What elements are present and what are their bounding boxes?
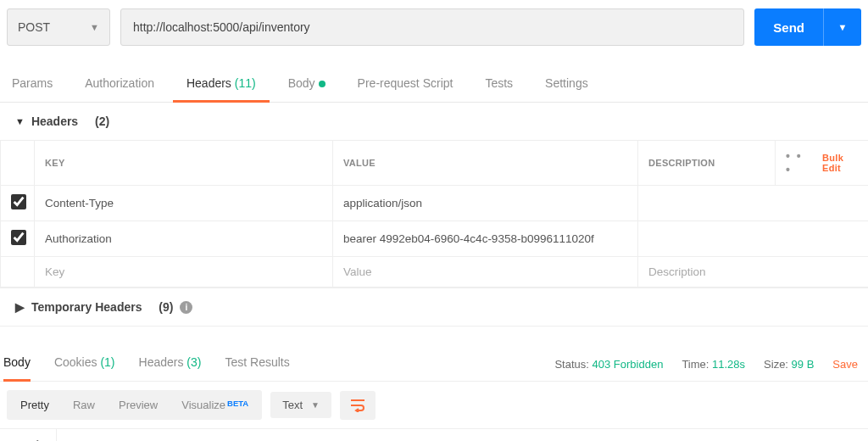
response-tab-headers[interactable]: Headers (3)	[139, 350, 202, 377]
response-tab-cookies[interactable]: Cookies (1)	[54, 350, 115, 377]
wrap-icon	[350, 399, 365, 412]
new-value-input[interactable]: Value	[333, 257, 638, 287]
cell-value[interactable]: application/json	[333, 186, 638, 221]
time-value: 11.28s	[712, 358, 745, 371]
col-value: VALUE	[333, 141, 638, 186]
headers-section-toggle[interactable]: ▼ Headers (2)	[0, 103, 868, 140]
send-split-button[interactable]: ▼	[823, 8, 861, 46]
view-preview[interactable]: Preview	[107, 392, 170, 418]
response-text[interactable]	[56, 429, 868, 441]
tab-prerequest[interactable]: Pre-request Script	[356, 71, 455, 102]
cell-key[interactable]: Content-Type	[35, 186, 333, 221]
row-enable-checkbox[interactable]	[11, 194, 26, 209]
beta-badge: BETA	[227, 399, 248, 408]
tab-authorization[interactable]: Authorization	[83, 71, 156, 102]
save-response-link[interactable]: Save	[832, 358, 858, 371]
send-button-group: Send ▼	[754, 8, 861, 46]
cell-desc[interactable]	[638, 186, 869, 221]
http-method-label: POST	[18, 20, 50, 34]
response-tab-body[interactable]: Body	[3, 350, 31, 377]
status-value: 403 Forbidden	[593, 358, 664, 371]
view-mode-segment: Pretty Raw Preview VisualizeBETA	[7, 390, 262, 420]
new-desc-input[interactable]: Description	[638, 257, 869, 287]
row-enable-checkbox[interactable]	[11, 230, 26, 245]
table-row: Content-Type application/json	[1, 186, 869, 221]
headers-table: KEY VALUE DESCRIPTION • • • Bulk Edit Co…	[0, 140, 868, 287]
request-tabs: Params Authorization Headers (11) Body P…	[0, 71, 868, 103]
new-key-input[interactable]: Key	[35, 257, 333, 287]
chevron-down-icon: ▼	[838, 22, 848, 32]
send-button[interactable]: Send	[754, 8, 823, 46]
chevron-down-icon: ▼	[90, 22, 99, 32]
tab-tests[interactable]: Tests	[483, 71, 515, 102]
temporary-headers-toggle[interactable]: ▶ Temporary Headers (9) i	[0, 287, 868, 327]
size-value: 99 B	[792, 358, 815, 371]
http-method-select[interactable]: POST ▼	[7, 8, 110, 46]
response-tab-test-results[interactable]: Test Results	[225, 350, 289, 377]
tab-headers[interactable]: Headers (11)	[185, 71, 258, 102]
tab-params[interactable]: Params	[10, 71, 54, 102]
dot-indicator-icon	[319, 81, 326, 87]
cell-value[interactable]: bearer 4992eb04-6960-4c4c-9358-b09961110…	[333, 221, 638, 257]
chevron-down-icon: ▼	[311, 400, 320, 410]
more-options-icon[interactable]: • • •	[786, 149, 809, 176]
response-toolbar: Pretty Raw Preview VisualizeBETA Text ▼	[0, 382, 868, 428]
cell-desc[interactable]	[638, 221, 869, 257]
request-url-input[interactable]: http://localhost:5000/api/inventory	[120, 8, 744, 46]
response-status: Status: 403 Forbidden Time: 11.28s Size:…	[554, 358, 858, 371]
tab-body[interactable]: Body	[287, 71, 327, 102]
col-key: KEY	[35, 141, 333, 186]
line-number: 1	[0, 429, 56, 441]
disclosure-right-icon: ▶	[15, 300, 25, 314]
view-raw[interactable]: Raw	[61, 392, 107, 418]
table-row-new: Key Value Description	[1, 257, 869, 287]
info-icon[interactable]: i	[180, 301, 192, 314]
col-description: DESCRIPTION	[638, 141, 776, 186]
disclosure-down-icon: ▼	[15, 116, 25, 126]
cell-key[interactable]: Authorization	[35, 221, 333, 257]
table-row: Authorization bearer 4992eb04-6960-4c4c-…	[1, 221, 869, 257]
response-body: 1	[0, 428, 868, 441]
tab-settings[interactable]: Settings	[543, 71, 590, 102]
request-url-value: http://localhost:5000/api/inventory	[133, 20, 310, 34]
wrap-lines-button[interactable]	[340, 391, 376, 420]
response-tabs: Body Cookies (1) Headers (3) Test Result…	[0, 340, 868, 382]
content-type-select[interactable]: Text ▼	[270, 392, 331, 418]
view-visualize[interactable]: VisualizeBETA	[170, 392, 260, 418]
view-pretty[interactable]: Pretty	[8, 392, 61, 418]
bulk-edit-link[interactable]: Bulk Edit	[822, 153, 858, 173]
